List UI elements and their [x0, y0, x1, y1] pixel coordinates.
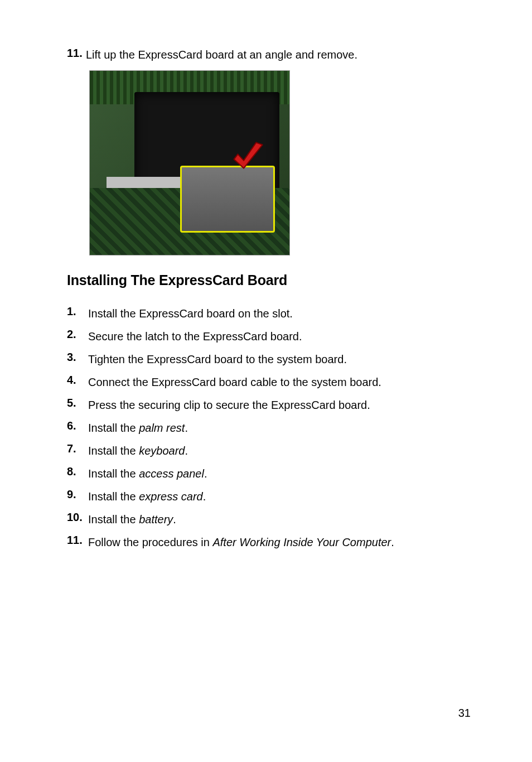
step-4: 4. Connect the ExpressCard board cable t… [67, 374, 471, 390]
step-text: Connect the ExpressCard board cable to t… [88, 374, 381, 390]
step-post: . [204, 467, 207, 480]
step-text: Secure the latch to the ExpressCard boar… [88, 328, 302, 345]
step-2: 2. Secure the latch to the ExpressCard b… [67, 328, 471, 345]
install-steps-list: 1. Install the ExpressCard board on the … [67, 305, 471, 551]
step-link[interactable]: access panel [139, 467, 204, 480]
figure-image [89, 70, 290, 255]
step-text: Install the keyboard. [88, 442, 188, 459]
step-number: 6. [67, 419, 88, 432]
step-text: Install the palm rest. [88, 419, 188, 436]
step-number: 3. [67, 351, 88, 364]
step-5: 5. Press the securing clip to secure the… [67, 397, 471, 413]
step-pre: Install the [88, 490, 139, 503]
step-pre: Install the [88, 467, 139, 480]
section-heading: Installing The ExpressCard Board [67, 272, 471, 288]
step-number: 5. [67, 397, 88, 409]
step-11: 11. Follow the procedures in After Worki… [67, 534, 471, 551]
step-number: 4. [67, 374, 88, 387]
step-10: 10. Install the battery. [67, 511, 471, 528]
step-text: Install the battery. [88, 511, 176, 528]
step-post: . [391, 536, 394, 548]
step-number: 7. [67, 442, 88, 455]
step-8: 8. Install the access panel. [67, 465, 471, 482]
step-post: . [185, 445, 188, 457]
step-text: Install the ExpressCard board on the slo… [88, 305, 293, 322]
step-1: 1. Install the ExpressCard board on the … [67, 305, 471, 322]
step-number: 11. [67, 534, 88, 547]
step-link[interactable]: keyboard [139, 445, 185, 457]
step-pre: Install the [88, 513, 139, 525]
figure-expresscard-remove [89, 70, 471, 255]
step-7: 7. Install the keyboard. [67, 442, 471, 459]
step-number: 9. [67, 488, 88, 501]
step-9: 9. Install the express card. [67, 488, 471, 505]
step-text: Tighten the ExpressCard board to the sys… [88, 351, 347, 368]
step-link[interactable]: express card [139, 490, 203, 503]
step-3: 3. Tighten the ExpressCard board to the … [67, 351, 471, 368]
step-text: Install the access panel. [88, 465, 207, 482]
step-post: . [185, 422, 188, 434]
step-post: . [173, 513, 176, 525]
list-item-11: 11. Lift up the ExpressCard board at an … [67, 47, 471, 62]
list-number: 11. [67, 47, 86, 60]
step-link[interactable]: After Working Inside Your Computer [212, 536, 391, 548]
step-number: 2. [67, 328, 88, 341]
page-number: 31 [458, 707, 471, 720]
page-container: 11. Lift up the ExpressCard board at an … [0, 0, 532, 762]
step-6: 6. Install the palm rest. [67, 419, 471, 436]
step-pre: Install the [88, 445, 139, 457]
list-text: Lift up the ExpressCard board at an angl… [86, 47, 357, 62]
step-text: Install the express card. [88, 488, 206, 505]
step-number: 8. [67, 465, 88, 478]
step-text: Follow the procedures in After Working I… [88, 534, 394, 551]
continuation-list: 11. Lift up the ExpressCard board at an … [67, 47, 471, 62]
step-number: 10. [67, 511, 88, 524]
step-text: Press the securing clip to secure the Ex… [88, 397, 370, 413]
step-post: . [203, 490, 206, 503]
step-pre: Install the [88, 422, 139, 434]
step-number: 1. [67, 305, 88, 318]
step-link[interactable]: palm rest [139, 422, 185, 434]
step-link[interactable]: battery [139, 513, 173, 525]
step-pre: Follow the procedures in [88, 536, 212, 548]
checkmark-icon [228, 138, 267, 177]
